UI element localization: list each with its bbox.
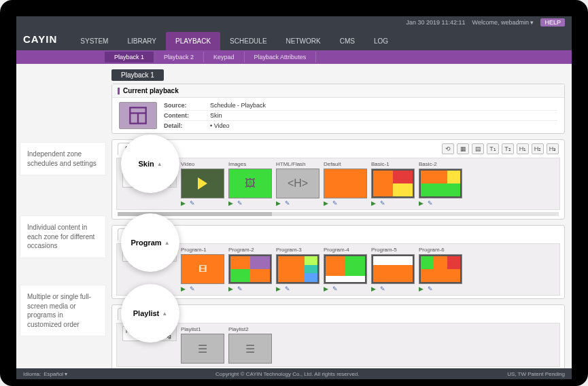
program-items: Program-1 🎞 ▶✎ Program-2 ▶✎ Program-3 (181, 247, 554, 292)
play-control-icon[interactable]: ▶ (181, 200, 186, 207)
nav-tab-log[interactable]: LOG (364, 32, 398, 50)
nav-tab-cms[interactable]: CMS (330, 32, 364, 50)
copyright-text: Copyright © CAYIN Technology Co., Ltd. A… (215, 371, 359, 377)
playlist-section: Playlist▲ New Central Scheduling Playlis… (111, 304, 565, 368)
source-value: Schedule - Playback (210, 102, 557, 109)
subtab-playback1[interactable]: Playback 1 (105, 52, 154, 63)
layout-icon[interactable]: ▦ (457, 143, 469, 154)
program-item-6[interactable]: Program-6 ▶✎ (419, 247, 462, 292)
list-icon: ☰ (181, 334, 224, 363)
page-title: Playback 1 (111, 69, 164, 81)
skin-item-html[interactable]: HTML/Flash <H> ▶✎ (276, 161, 319, 207)
welcome-user[interactable]: Welcome, webadmin ▾ (472, 19, 534, 26)
main-navbar: CAYIN SYSTEM LIBRARY PLAYBACK SCHEDULE N… (16, 29, 572, 50)
nav-tab-playback[interactable]: PLAYBACK (166, 32, 220, 50)
skin-section: Skin▲ ⟲ ▦ ▤ T₁ T₂ H₁ H₂ H₃ Purple-Abstra… (111, 139, 565, 220)
program-item-4[interactable]: Program-4 ▶✎ (324, 247, 367, 292)
playlist-items: Playlist1 ☰ Playlist2 ☰ (181, 326, 554, 364)
datetime-text: Jan 30 2019 11:42:11 (407, 19, 466, 26)
program-item-1[interactable]: Program-1 🎞 ▶✎ (181, 247, 224, 292)
text-icon[interactable]: T₁ (487, 143, 499, 154)
current-playback-panel: Current playback Source: Schedule - Play… (111, 84, 565, 134)
skin-toolbar: ⟲ ▦ ▤ T₁ T₂ H₁ H₂ H₃ (442, 143, 559, 154)
caption-playlist-order: Multiple or single full-screen media or … (20, 285, 105, 336)
nav-tab-system[interactable]: SYSTEM (71, 32, 118, 50)
detail-value: • Video (210, 122, 557, 129)
book-icon[interactable]: ▤ (472, 143, 484, 154)
current-playback-header: Current playback (112, 84, 564, 98)
list-icon: ☰ (229, 334, 271, 363)
subtab-playback2[interactable]: Playback 2 (154, 52, 204, 63)
play-icon (181, 169, 224, 198)
nav-tab-network[interactable]: NETWORK (277, 32, 330, 50)
skin-items: Video ▶✎ Images 🖼 ▶✎ HTML/Flash <H> (181, 161, 554, 207)
footer: Idioma: Español ▾ Copyright © CAYIN Tech… (16, 368, 572, 379)
highlight-playlist: Playlist▲ (121, 284, 179, 343)
program-item-3[interactable]: Program-3 ▶✎ (276, 247, 319, 292)
language-selector[interactable]: Idioma: Español ▾ (23, 371, 67, 377)
layout-icon (128, 106, 148, 125)
skin-item-video[interactable]: Video ▶✎ (181, 161, 224, 207)
h3-icon[interactable]: H₃ (547, 143, 559, 154)
source-label: Source: (164, 102, 205, 109)
nav-tab-library[interactable]: LIBRARY (118, 32, 166, 50)
subtab-playback-attributes[interactable]: Playback Attributes (245, 52, 317, 63)
help-button[interactable]: HELP (540, 18, 565, 27)
brand-logo: CAYIN (23, 33, 71, 50)
monitor-frame: Jan 30 2019 11:42:11 Welcome, webadmin ▾… (0, 0, 588, 386)
nav-tabs: SYSTEM LIBRARY PLAYBACK SCHEDULE NETWORK… (71, 32, 398, 50)
nav-tab-schedule[interactable]: SCHEDULE (220, 32, 276, 50)
current-layout-thumb (119, 102, 157, 129)
sub-navbar: Playback 1 Playback 2 Keypad Playback At… (16, 50, 572, 64)
program-item-5[interactable]: Program-5 ▶✎ (371, 247, 415, 292)
edit-control-icon[interactable]: ✎ (190, 200, 195, 207)
skin-scrollbar[interactable] (118, 212, 559, 216)
content-label: Content: (164, 112, 205, 119)
skin-item-images[interactable]: Images 🖼 ▶✎ (228, 161, 272, 207)
film-icon: 🎞 (181, 255, 224, 283)
subtab-keypad[interactable]: Keypad (204, 52, 245, 63)
detail-label: Detail: (164, 122, 205, 129)
content-value: Skin (210, 112, 557, 119)
current-details-table: Source: Schedule - Playback Content: Ski… (164, 102, 557, 129)
html-icon: <H> (277, 169, 319, 198)
image-icon: 🖼 (229, 169, 271, 198)
skin-item-basic1[interactable]: Basic-1 ▶✎ (371, 161, 415, 207)
highlight-program: Program▲ (121, 213, 179, 272)
playlist-item-2[interactable]: Playlist2 ☰ (228, 326, 272, 364)
caption-zone-content: Individual content in each zone for diff… (20, 216, 105, 258)
program-section: Program▲ New Central Scheduling Program-… (111, 225, 565, 299)
caption-zone-schedules: Independent zone schedules and settings (20, 143, 105, 175)
highlight-skin: Skin▲ (121, 135, 179, 193)
text-small-icon[interactable]: T₂ (502, 143, 514, 154)
program-item-2[interactable]: Program-2 ▶✎ (228, 247, 272, 292)
h1-icon[interactable]: H₁ (517, 143, 529, 154)
skin-item-default[interactable]: Default ▶✎ (324, 161, 367, 207)
topbar: Jan 30 2019 11:42:11 Welcome, webadmin ▾… (16, 16, 572, 29)
h2-icon[interactable]: H₂ (532, 143, 544, 154)
patent-text: US, TW Patent Pending (507, 371, 565, 377)
skin-item-basic2[interactable]: Basic-2 ▶✎ (419, 161, 462, 207)
rotate-icon[interactable]: ⟲ (442, 143, 454, 154)
playlist-item-1[interactable]: Playlist1 ☰ (181, 326, 224, 364)
